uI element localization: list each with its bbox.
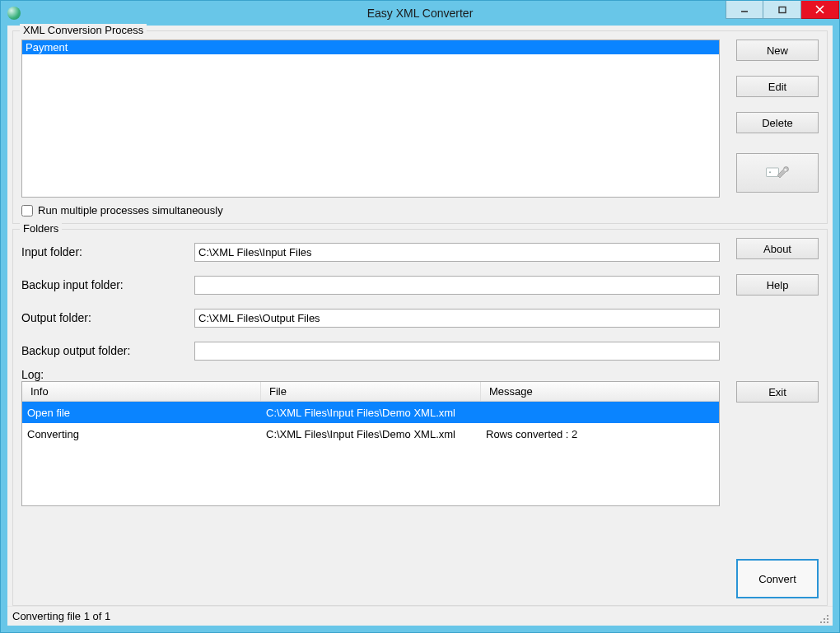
- input-folder-label: Input folder:: [21, 245, 194, 258]
- log-cell-message: Rows converted : 2: [481, 428, 719, 440]
- run-multiple-row: Run multiple processes simultaneously: [21, 204, 819, 216]
- app-window: Easy XML Converter XML Conversion Proces…: [0, 0, 840, 633]
- log-rows: Open fileC:\XML Files\Input Files\Demo X…: [22, 402, 719, 505]
- process-item[interactable]: Payment: [22, 40, 719, 54]
- maximize-icon: [778, 6, 786, 14]
- backup-output-field[interactable]: [194, 342, 720, 361]
- minimize-button[interactable]: [726, 1, 763, 19]
- log-header: Info File Message: [22, 382, 719, 402]
- process-buttons: New Edit Delete: [736, 40, 819, 198]
- status-bar: Converting file 1 of 1: [7, 606, 833, 626]
- process-list[interactable]: Payment: [21, 40, 720, 198]
- log-col-file[interactable]: File: [261, 382, 481, 401]
- run-multiple-checkbox[interactable]: [21, 205, 33, 216]
- minimize-icon: [740, 6, 749, 14]
- app-icon: [7, 7, 21, 20]
- maximize-button[interactable]: [763, 1, 801, 19]
- window-controls: [726, 1, 839, 26]
- settings-button[interactable]: [736, 153, 819, 193]
- svg-point-5: [769, 171, 771, 173]
- log-cell-info: Converting: [22, 428, 261, 440]
- output-folder-label: Output folder:: [21, 311, 194, 324]
- log-row[interactable]: Open fileC:\XML Files\Input Files\Demo X…: [22, 402, 719, 423]
- window-title: Easy XML Converter: [1, 7, 839, 20]
- folders-group: Folders Input folder: Backup input folde…: [12, 229, 828, 606]
- log-table[interactable]: Info File Message Open fileC:\XML Files\…: [21, 381, 720, 506]
- svg-point-6: [784, 169, 786, 171]
- about-button[interactable]: About: [736, 238, 819, 259]
- edit-button[interactable]: Edit: [736, 76, 819, 97]
- svg-rect-1: [779, 7, 786, 12]
- log-row[interactable]: ConvertingC:\XML Files\Input Files\Demo …: [22, 423, 719, 444]
- process-group-title: XML Conversion Process: [20, 24, 147, 36]
- client-area: XML Conversion Process Payment New Edit …: [7, 26, 833, 626]
- backup-input-field[interactable]: [194, 276, 720, 295]
- log-cell-file: C:\XML Files\Input Files\Demo XML.xml: [261, 407, 481, 419]
- svg-rect-4: [767, 168, 779, 177]
- output-folder-field[interactable]: [194, 309, 720, 328]
- backup-output-label: Backup output folder:: [21, 344, 194, 357]
- log-cell-file: C:\XML Files\Input Files\Demo XML.xml: [261, 428, 481, 440]
- titlebar[interactable]: Easy XML Converter: [1, 1, 839, 26]
- log-col-info[interactable]: Info: [22, 382, 261, 401]
- process-group: XML Conversion Process Payment New Edit …: [12, 30, 828, 224]
- resize-gripper-icon[interactable]: [819, 614, 829, 624]
- close-button[interactable]: [801, 1, 839, 19]
- log-col-message[interactable]: Message: [481, 382, 719, 401]
- convert-button[interactable]: Convert: [736, 559, 819, 598]
- close-icon: [815, 5, 824, 14]
- wrench-icon: [765, 164, 790, 182]
- exit-button[interactable]: Exit: [736, 381, 819, 403]
- log-cell-info: Open file: [22, 407, 261, 419]
- folders-group-title: Folders: [20, 222, 62, 235]
- input-folder-field[interactable]: [194, 243, 720, 262]
- help-button[interactable]: Help: [736, 274, 819, 296]
- status-text: Converting file 1 of 1: [12, 610, 110, 622]
- log-label: Log:: [21, 368, 819, 381]
- backup-input-label: Backup input folder:: [21, 278, 194, 291]
- run-multiple-label[interactable]: Run multiple processes simultaneously: [38, 204, 223, 216]
- new-button[interactable]: New: [736, 40, 819, 61]
- delete-button[interactable]: Delete: [736, 112, 819, 133]
